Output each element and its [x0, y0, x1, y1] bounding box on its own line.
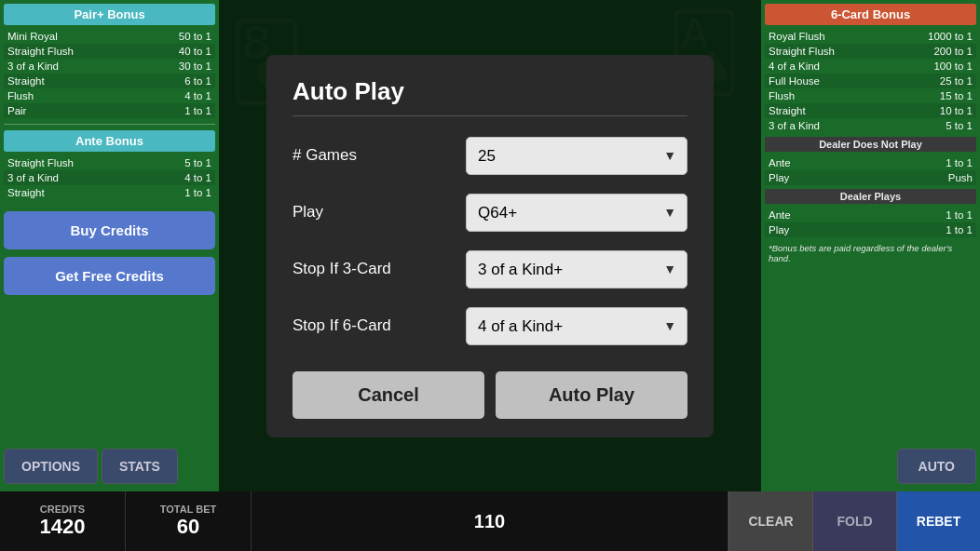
hand-name: Mini Royal	[4, 29, 141, 44]
autoplay-confirm-button[interactable]: Auto Play	[496, 371, 687, 419]
divider-1	[4, 124, 215, 125]
modal-title: Auto Play	[293, 77, 687, 116]
modal-buttons: Cancel Auto Play	[293, 371, 687, 419]
hand-odds: 5 to 1	[889, 118, 976, 133]
pair-plus-header: Pair+ Bonus	[4, 4, 215, 25]
stop-6card-select-wrapper: Never3 of a Kind+Straight+Flush+Full Hou…	[466, 307, 687, 345]
dealer-plays-row: Ante1 to 1	[765, 208, 976, 222]
stop-3card-label: Stop If 3-Card	[293, 260, 451, 278]
stop-3card-row: Stop If 3-Card NeverPair+Flush+Straight+…	[293, 241, 687, 298]
row-value: 1 to 1	[863, 155, 976, 170]
ante-bonus-table: Straight Flush5 to 13 of a Kind4 to 1Str…	[4, 155, 215, 200]
hand-name: Full House	[765, 74, 889, 88]
hand-name: 3 of a Kind	[765, 118, 889, 133]
ante-bonus-row: Straight1 to 1	[4, 185, 215, 200]
six-card-row: Straight Flush200 to 1	[765, 44, 976, 59]
center-value-display: 110	[252, 491, 728, 551]
autoplay-modal: Auto Play # Games 5102550100Infinite Pla…	[266, 55, 714, 437]
six-card-table: Royal Flush1000 to 1Straight Flush200 to…	[765, 29, 976, 133]
hand-odds: 4 to 1	[141, 88, 215, 103]
buy-credits-button[interactable]: Buy Credits	[4, 211, 215, 249]
hand-name: Straight	[4, 185, 148, 200]
hand-name: Royal Flush	[765, 29, 889, 44]
hand-odds: 1000 to 1	[889, 29, 976, 44]
modal-overlay: Auto Play # Games 5102550100Infinite Pla…	[219, 0, 761, 491]
pair-plus-row: 3 of a Kind30 to 1	[4, 59, 215, 74]
pair-plus-row: Mini Royal50 to 1	[4, 29, 215, 44]
hand-name: 3 of a Kind	[4, 170, 148, 185]
hand-name: 4 of a Kind	[765, 59, 889, 74]
hand-name: Straight	[765, 103, 889, 118]
six-card-row: 4 of a Kind100 to 1	[765, 59, 976, 74]
stop-6card-label: Stop If 6-Card	[293, 316, 451, 335]
row-value: 1 to 1	[863, 208, 976, 222]
hand-odds: 50 to 1	[141, 29, 215, 44]
dealer-plays-row: Play1 to 1	[765, 222, 976, 237]
play-label: Play	[293, 203, 451, 222]
dealer-not-play-table: Ante1 to 1PlayPush	[765, 155, 976, 185]
stop-3card-select-wrapper: NeverPair+Flush+Straight+3 of a Kind+Str…	[466, 250, 687, 289]
clear-button[interactable]: CLEAR	[728, 491, 812, 551]
row-label: Ante	[765, 208, 863, 222]
cancel-button[interactable]: Cancel	[293, 371, 484, 419]
pair-plus-table: Mini Royal50 to 1Straight Flush40 to 13 …	[4, 29, 215, 118]
hand-name: Straight	[4, 74, 141, 88]
pair-plus-row: Straight6 to 1	[4, 74, 215, 88]
row-label: Play	[765, 170, 863, 185]
hand-name: Straight Flush	[765, 44, 889, 59]
action-bar-right: AUTO	[897, 449, 976, 484]
row-label: Play	[765, 222, 863, 237]
pair-plus-row: Flush4 to 1	[4, 88, 215, 103]
hand-odds: 1 to 1	[141, 103, 215, 118]
bottom-bar: CREDITS 1420 TOTAL BET 60 110 CLEAR FOLD…	[0, 491, 980, 551]
credits-display: CREDITS 1420	[0, 491, 126, 551]
rebet-button[interactable]: REBET	[896, 491, 980, 551]
hand-odds: 15 to 1	[889, 88, 976, 103]
hand-odds: 4 to 1	[148, 170, 215, 185]
row-value: Push	[863, 170, 976, 185]
play-select[interactable]: AlwaysQ64+Pair+Flush+Straight+	[466, 194, 687, 232]
hand-name: 3 of a Kind	[4, 59, 141, 74]
row-value: 1 to 1	[863, 222, 976, 237]
hand-name: Straight Flush	[4, 44, 141, 59]
free-credits-button[interactable]: Get Free Credits	[4, 257, 215, 295]
dealer-not-play-row: Ante1 to 1	[765, 155, 976, 170]
games-label: # Games	[293, 146, 451, 165]
six-card-header: 6-Card Bonus	[765, 4, 976, 25]
games-row: # Games 5102550100Infinite	[293, 128, 687, 184]
six-card-row: Royal Flush1000 to 1	[765, 29, 976, 44]
bonus-note: *Bonus bets are paid regardless of the d…	[765, 241, 976, 265]
dealer-not-play-row: PlayPush	[765, 170, 976, 185]
hand-name: Straight Flush	[4, 155, 148, 170]
stats-button[interactable]: STATS	[102, 449, 178, 484]
auto-button[interactable]: AUTO	[897, 449, 976, 484]
hand-odds: 6 to 1	[141, 74, 215, 88]
ante-bonus-header: Ante Bonus	[4, 130, 215, 152]
hand-odds: 5 to 1	[148, 155, 215, 170]
hand-odds: 100 to 1	[889, 59, 976, 74]
options-button[interactable]: OPTIONS	[4, 449, 98, 484]
stop-6card-row: Stop If 6-Card Never3 of a Kind+Straight…	[293, 298, 687, 355]
hand-odds: 25 to 1	[889, 74, 976, 88]
six-card-row: Full House25 to 1	[765, 74, 976, 88]
dealer-plays-table: Ante1 to 1Play1 to 1	[765, 208, 976, 237]
ante-bonus-row: Straight Flush5 to 1	[4, 155, 215, 170]
games-select[interactable]: 5102550100Infinite	[466, 137, 687, 175]
hand-odds: 1 to 1	[148, 185, 215, 200]
dealer-plays-header: Dealer Plays	[765, 189, 976, 204]
stop-3card-select[interactable]: NeverPair+Flush+Straight+3 of a Kind+Str…	[466, 250, 687, 289]
hand-name: Flush	[765, 88, 889, 103]
hand-odds: 10 to 1	[889, 103, 976, 118]
stop-6card-select[interactable]: Never3 of a Kind+Straight+Flush+Full Hou…	[466, 307, 687, 345]
hand-odds: 40 to 1	[141, 44, 215, 59]
play-select-wrapper: AlwaysQ64+Pair+Flush+Straight+	[466, 194, 687, 232]
center-value: 110	[474, 511, 505, 532]
hand-odds: 30 to 1	[141, 59, 215, 74]
credits-label: CREDITS	[40, 504, 85, 515]
total-bet-display: TOTAL BET 60	[126, 491, 252, 551]
fold-button[interactable]: FOLD	[812, 491, 896, 551]
action-bar-left: OPTIONS STATS	[4, 449, 178, 484]
dealer-not-play-header: Dealer Does Not Play	[765, 137, 976, 152]
six-card-row: Straight10 to 1	[765, 103, 976, 118]
games-select-wrapper: 5102550100Infinite	[466, 137, 687, 175]
